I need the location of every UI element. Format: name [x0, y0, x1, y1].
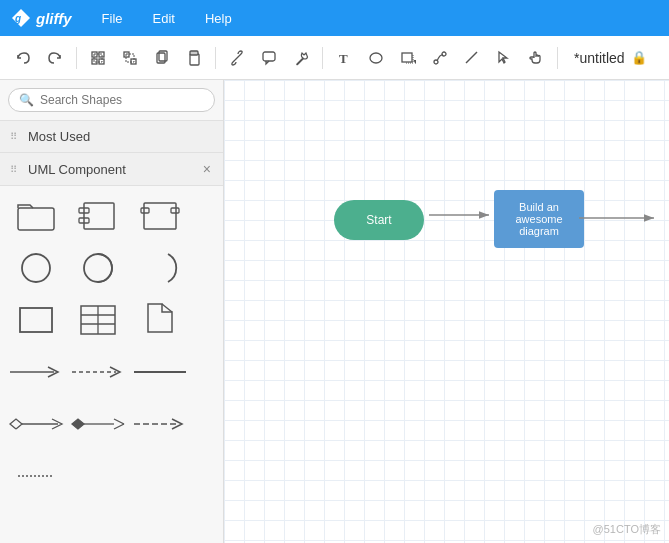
- svg-line-43: [114, 419, 124, 424]
- text-tool[interactable]: T: [329, 43, 359, 73]
- main-layout: 🔍 ⠿ Most Used ⠿ UML Component ×: [0, 80, 669, 543]
- toolbar: T ▼ *untitled 🔒: [0, 36, 669, 80]
- canvas-grid: [224, 80, 669, 543]
- svg-line-22: [466, 52, 477, 63]
- drag-handle-uml: ⠿: [10, 164, 20, 175]
- svg-line-14: [235, 56, 239, 60]
- search-input[interactable]: [40, 93, 204, 107]
- shape-line-simple[interactable]: [132, 350, 188, 394]
- uml-close-button[interactable]: ×: [201, 161, 213, 177]
- comment-button[interactable]: [254, 43, 284, 73]
- group-button[interactable]: [83, 43, 113, 73]
- menu-file[interactable]: File: [96, 7, 129, 30]
- svg-rect-6: [94, 54, 102, 62]
- svg-rect-15: [263, 52, 275, 61]
- toolbar-sep-2: [215, 47, 216, 69]
- svg-rect-23: [18, 208, 54, 230]
- rect-tool[interactable]: ▼: [393, 43, 423, 73]
- logo-area: g gliffy: [10, 7, 72, 29]
- logo-text: gliffy: [36, 10, 72, 27]
- svg-rect-24: [84, 203, 114, 229]
- menu-edit[interactable]: Edit: [147, 7, 181, 30]
- link-button[interactable]: [222, 43, 252, 73]
- undo-button[interactable]: [8, 43, 38, 73]
- svg-rect-29: [171, 208, 179, 213]
- svg-text:▼: ▼: [412, 58, 416, 65]
- doc-title: *untitled: [574, 50, 625, 66]
- ellipse-tool[interactable]: [361, 43, 391, 73]
- svg-rect-13: [190, 51, 198, 55]
- menu-help[interactable]: Help: [199, 7, 238, 30]
- svg-point-17: [370, 53, 382, 63]
- start-shape[interactable]: Start: [334, 200, 424, 240]
- pointer-tool[interactable]: [489, 43, 519, 73]
- line-tool[interactable]: [457, 43, 487, 73]
- hand-tool[interactable]: [521, 43, 551, 73]
- shape-dots-1[interactable]: [8, 454, 64, 498]
- shape-arrow-long-dashed[interactable]: [132, 402, 188, 446]
- shape-arrow-solid[interactable]: [8, 350, 64, 394]
- svg-rect-18: [402, 53, 412, 62]
- most-used-label: Most Used: [28, 129, 213, 144]
- logo-icon: g: [10, 7, 32, 29]
- canvas[interactable]: Start Build an awesome diagram @51CT: [224, 80, 669, 543]
- shape-document[interactable]: [132, 298, 188, 342]
- toolbar-sep-1: [76, 47, 77, 69]
- copy-style-button[interactable]: [147, 43, 177, 73]
- shapes-row-2: [8, 246, 215, 290]
- menu-bar: g gliffy File Edit Help: [0, 0, 669, 36]
- shapes-row-5: [8, 402, 215, 446]
- uml-section-label: UML Component: [28, 162, 201, 177]
- uml-section-header[interactable]: ⠿ UML Component ×: [0, 153, 223, 186]
- svg-line-44: [114, 424, 124, 429]
- svg-point-30: [22, 254, 50, 282]
- wrench-button[interactable]: [286, 43, 316, 73]
- left-panel: 🔍 ⠿ Most Used ⠿ UML Component ×: [0, 80, 224, 543]
- shape-arrow-diamond-filled[interactable]: [70, 402, 126, 446]
- shape-folder[interactable]: [8, 194, 64, 238]
- search-input-wrap[interactable]: 🔍: [8, 88, 215, 112]
- ungroup-button[interactable]: [115, 43, 145, 73]
- shape-component[interactable]: [70, 194, 126, 238]
- paste-style-button[interactable]: [179, 43, 209, 73]
- svg-rect-12: [190, 54, 199, 65]
- shape-table[interactable]: [70, 298, 126, 342]
- shape-arrow-dashed[interactable]: [70, 350, 126, 394]
- svg-text:g: g: [14, 13, 21, 24]
- shape-value-object[interactable]: [132, 194, 188, 238]
- watermark: @51CTO博客: [593, 522, 661, 537]
- path-tool[interactable]: [425, 43, 455, 73]
- svg-marker-41: [72, 419, 84, 429]
- svg-rect-28: [141, 208, 149, 213]
- shape-rect[interactable]: [8, 298, 64, 342]
- svg-rect-27: [144, 203, 176, 229]
- shape-half-circle[interactable]: [70, 246, 126, 290]
- process-label: Build an awesome diagram: [498, 201, 580, 237]
- shapes-row-4: [8, 350, 215, 394]
- shape-arrow-diamond-open[interactable]: [8, 402, 64, 446]
- process-shape[interactable]: Build an awesome diagram: [494, 190, 584, 248]
- shape-circle[interactable]: [8, 246, 64, 290]
- most-used-section-header[interactable]: ⠿ Most Used: [0, 121, 223, 153]
- shapes-row-6: [8, 454, 215, 498]
- shapes-row-1: [8, 194, 215, 238]
- lock-icon[interactable]: 🔒: [631, 50, 647, 65]
- toolbar-sep-3: [322, 47, 323, 69]
- title-area: *untitled 🔒: [574, 50, 647, 66]
- search-box: 🔍: [0, 80, 223, 121]
- svg-rect-9: [126, 54, 134, 62]
- drag-handle-most-used: ⠿: [10, 131, 20, 142]
- svg-rect-32: [20, 308, 52, 332]
- svg-text:T: T: [339, 51, 348, 66]
- shapes-area: [0, 186, 223, 543]
- search-icon: 🔍: [19, 93, 34, 107]
- toolbar-sep-4: [557, 47, 558, 69]
- redo-button[interactable]: [40, 43, 70, 73]
- start-label: Start: [366, 213, 391, 227]
- shapes-row-3: [8, 298, 215, 342]
- shape-arc[interactable]: [132, 246, 188, 290]
